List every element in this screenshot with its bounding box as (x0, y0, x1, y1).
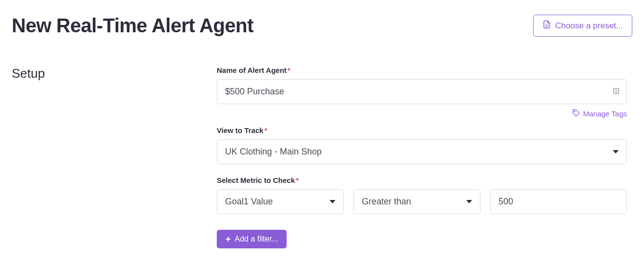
view-select[interactable]: UK Clothing - Main Shop (217, 139, 627, 164)
svg-point-1 (574, 111, 575, 112)
chevron-down-icon (330, 200, 335, 203)
choose-preset-button[interactable]: Choose a preset... (533, 15, 632, 37)
view-select-value: UK Clothing - Main Shop (225, 147, 322, 157)
chevron-down-icon (466, 200, 472, 203)
manage-tags-label: Manage Tags (583, 110, 627, 118)
page-title: New Real-Time Alert Agent (12, 15, 253, 37)
required-asterisk: * (288, 66, 291, 74)
metric-select-value: Goal1 Value (225, 197, 273, 207)
comparator-select-value: Greater than (362, 197, 411, 207)
manage-tags-link[interactable]: Manage Tags (572, 109, 627, 118)
metric-select[interactable]: Goal1 Value (217, 189, 344, 214)
required-asterisk: * (265, 126, 268, 134)
section-heading-setup: Setup (12, 66, 217, 81)
tag-icon (572, 109, 580, 118)
comparator-select[interactable]: Greater than (353, 189, 480, 214)
name-label: Name of Alert Agent* (217, 66, 627, 74)
preset-icon (542, 20, 551, 31)
view-label: View to Track* (217, 126, 627, 134)
alert-name-input[interactable] (217, 79, 627, 104)
add-filter-label: Add a filter... (235, 235, 278, 243)
required-asterisk: * (296, 176, 299, 184)
choose-preset-label: Choose a preset... (555, 21, 623, 31)
add-filter-button[interactable]: + Add a filter... (217, 230, 287, 248)
plus-icon: + (226, 235, 231, 243)
chevron-down-icon (613, 150, 619, 154)
threshold-input[interactable] (490, 189, 627, 214)
metric-label: Select Metric to Check* (217, 176, 627, 184)
expand-icon (612, 87, 620, 97)
